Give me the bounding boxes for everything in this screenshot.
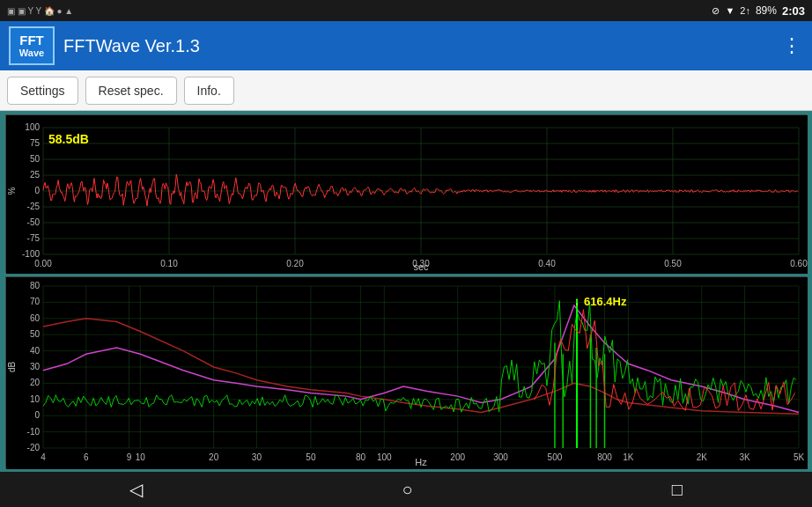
- recent-apps-button[interactable]: □: [654, 476, 700, 503]
- signal-icon: 2↑: [740, 5, 750, 16]
- toolbar: Settings Reset spec. Info.: [0, 70, 812, 111]
- spectrum-chart: [5, 276, 807, 468]
- logo-fft: FFT: [19, 33, 44, 48]
- battery-text: 89%: [756, 4, 777, 17]
- home-button[interactable]: ○: [384, 476, 430, 503]
- overflow-menu-button[interactable]: ⋮: [782, 34, 803, 57]
- status-icons-left: ▣ ▣ Y Y 🏠 ● ▲: [7, 6, 73, 16]
- app-logo: FFT Wave: [9, 26, 55, 65]
- reset-spec-button[interactable]: Reset spec.: [85, 77, 177, 105]
- info-button[interactable]: Info.: [184, 77, 234, 105]
- status-icons-right: ⊘ ▼ 2↑ 89% 2:03: [712, 4, 805, 18]
- nav-bar: ◁ ○ □: [0, 472, 812, 507]
- time-display: 2:03: [782, 4, 805, 18]
- status-bar: ▣ ▣ Y Y 🏠 ● ▲ ⊘ ▼ 2↑ 89% 2:03: [0, 0, 812, 21]
- title-bar: FFT Wave FFTWave Ver.1.3 ⋮: [0, 21, 812, 70]
- wifi-icon: ▼: [725, 5, 734, 16]
- back-button[interactable]: ◁: [112, 475, 160, 503]
- settings-button[interactable]: Settings: [7, 77, 78, 105]
- waveform-chart: [5, 114, 807, 273]
- spectrum-canvas: [6, 277, 808, 469]
- charts-area: [0, 111, 812, 472]
- waveform-canvas: [6, 115, 808, 274]
- app-title: FFTWave Ver.1.3: [63, 36, 200, 56]
- no-sim-icon: ⊘: [712, 5, 720, 17]
- title-left: FFT Wave FFTWave Ver.1.3: [9, 26, 200, 65]
- logo-wave: Wave: [19, 48, 44, 58]
